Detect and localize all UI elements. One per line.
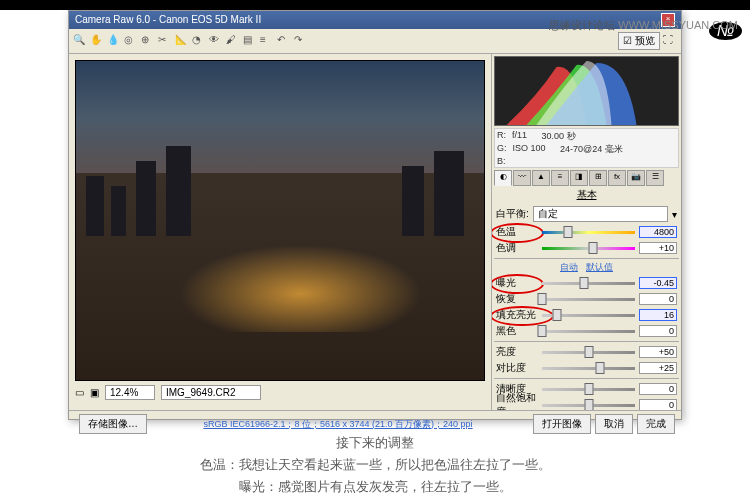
vibrance-label: 自然饱和度	[496, 391, 538, 410]
tab-curve[interactable]: 〰	[513, 170, 531, 186]
tab-preset[interactable]: ☰	[646, 170, 664, 186]
watermark-cn: 思缘设计论坛	[549, 19, 615, 31]
cancel-button[interactable]: 取消	[595, 414, 633, 434]
filename-label: IMG_9649.CR2	[161, 385, 261, 400]
exif-info: R:f/11 30.00 秒 G:ISO 100 24-70@24 毫米 B:	[494, 128, 679, 168]
clarity-slider[interactable]	[542, 388, 635, 391]
panel-title: 基本	[494, 188, 679, 202]
save-button[interactable]: 存储图像…	[79, 414, 147, 434]
adjustments-panel: R:f/11 30.00 秒 G:ISO 100 24-70@24 毫米 B: …	[491, 54, 681, 410]
zoom-icon[interactable]: 🔍	[73, 34, 87, 48]
tab-fx[interactable]: fx	[608, 170, 626, 186]
brightness-value[interactable]: +50	[639, 346, 677, 358]
panel-tabs: ◐ 〰 ▲ ≡ ◨ ⊞ fx 📷 ☰	[494, 170, 679, 186]
workflow-link[interactable]: sRGB IEC61966-2.1；8 位；5616 x 3744 (21.0 …	[147, 418, 529, 431]
tab-basic[interactable]: ◐	[494, 170, 512, 186]
exposure-slider[interactable]	[542, 282, 635, 285]
done-button[interactable]: 完成	[637, 414, 675, 434]
wb-select[interactable]: 自定	[533, 206, 668, 222]
fill-value[interactable]: 16	[639, 309, 677, 321]
zoom-out-button[interactable]: ▭	[75, 387, 84, 398]
crop-icon[interactable]: ✂	[158, 34, 172, 48]
camera-raw-window: Camera Raw 6.0 - Canon EOS 5D Mark II × …	[68, 10, 682, 420]
vibrance-value[interactable]: 0	[639, 399, 677, 410]
tint-slider[interactable]	[542, 247, 635, 250]
rotate-r-icon[interactable]: ↷	[294, 34, 308, 48]
tab-split[interactable]: ◨	[570, 170, 588, 186]
fill-label: 填充亮光	[496, 308, 538, 322]
hand-icon[interactable]: ✋	[90, 34, 104, 48]
fill-slider[interactable]	[542, 314, 635, 317]
fullscreen-icon[interactable]: ⛶	[663, 34, 677, 48]
blacks-slider[interactable]	[542, 330, 635, 333]
redeye-icon[interactable]: 👁	[209, 34, 223, 48]
temp-value[interactable]: 4800	[639, 226, 677, 238]
preview-checkbox[interactable]: ☑ 预览	[618, 32, 660, 50]
blacks-label: 黑色	[496, 324, 538, 338]
target-icon[interactable]: ⊕	[141, 34, 155, 48]
brightness-label: 亮度	[496, 345, 538, 359]
contrast-slider[interactable]	[542, 367, 635, 370]
recovery-slider[interactable]	[542, 298, 635, 301]
sampler-icon[interactable]: ◎	[124, 34, 138, 48]
tint-label: 色调	[496, 241, 538, 255]
histogram[interactable]	[494, 56, 679, 126]
brightness-slider[interactable]	[542, 351, 635, 354]
tint-value[interactable]: +10	[639, 242, 677, 254]
open-button[interactable]: 打开图像	[533, 414, 591, 434]
grad-icon[interactable]: ▤	[243, 34, 257, 48]
exposure-label: 曝光	[496, 276, 538, 290]
wb-icon[interactable]: 💧	[107, 34, 121, 48]
recovery-value[interactable]: 0	[639, 293, 677, 305]
wb-label: 白平衡:	[496, 207, 529, 221]
zoom-in-button[interactable]: ▣	[90, 387, 99, 398]
tab-detail[interactable]: ▲	[532, 170, 550, 186]
window-title: Camera Raw 6.0 - Canon EOS 5D Mark II	[75, 13, 261, 27]
tab-lens[interactable]: ⊞	[589, 170, 607, 186]
temp-label: 色温	[496, 225, 538, 239]
rotate-l-icon[interactable]: ↶	[277, 34, 291, 48]
watermark-url: WWW.MISSYUAN.COM	[618, 19, 738, 31]
prefs-icon[interactable]: ≡	[260, 34, 274, 48]
vibrance-slider[interactable]	[542, 404, 635, 407]
recovery-label: 恢复	[496, 292, 538, 306]
wb-dropdown-icon[interactable]: ▾	[672, 209, 677, 220]
default-link[interactable]: 默认值	[586, 262, 613, 272]
auto-link[interactable]: 自动	[560, 262, 578, 272]
clarity-value[interactable]: 0	[639, 383, 677, 395]
exposure-value[interactable]: -0.45	[639, 277, 677, 289]
contrast-label: 对比度	[496, 361, 538, 375]
spot-icon[interactable]: ◔	[192, 34, 206, 48]
zoom-select[interactable]: 12.4%	[105, 385, 155, 400]
brush-icon[interactable]: 🖌	[226, 34, 240, 48]
straighten-icon[interactable]: 📐	[175, 34, 189, 48]
contrast-value[interactable]: +25	[639, 362, 677, 374]
tab-cal[interactable]: 📷	[627, 170, 645, 186]
tab-hsl[interactable]: ≡	[551, 170, 569, 186]
temp-slider[interactable]	[542, 231, 635, 234]
blacks-value[interactable]: 0	[639, 325, 677, 337]
image-preview[interactable]	[75, 60, 485, 381]
